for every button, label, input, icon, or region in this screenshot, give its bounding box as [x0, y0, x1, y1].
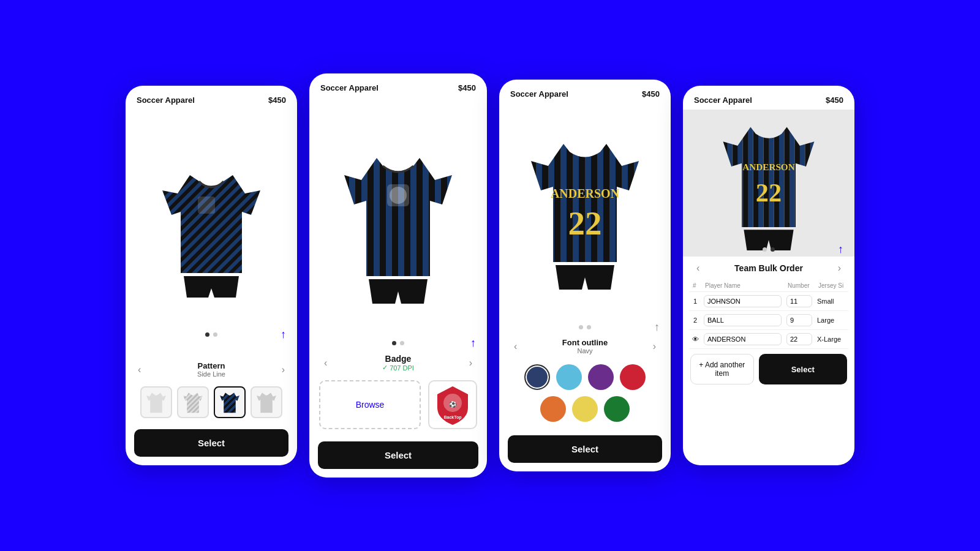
prev-btn-p1[interactable]: ‹ — [133, 362, 146, 378]
upload-box[interactable]: Browse — [319, 380, 421, 429]
pattern-sub: Side Line — [197, 370, 225, 378]
phone-3-title: Soccer Apparel — [510, 89, 568, 99]
phone-3-nav: ‹ Font outline Navy › — [499, 334, 671, 356]
phone-4-image-area: ANDERSON 22 ↑ — [683, 110, 854, 257]
phone-1: Soccer Apparel $450 — [126, 86, 297, 465]
prev-btn-p3[interactable]: ‹ — [509, 339, 522, 354]
badge-sub: ✓ 707 DPI — [382, 364, 414, 372]
dot-p4-1 — [763, 247, 767, 252]
phone-2-price: $450 — [458, 83, 476, 92]
row-3-number-input[interactable] — [786, 333, 812, 345]
next-btn-p3[interactable]: › — [648, 339, 661, 354]
phone-2-header: Soccer Apparel $450 — [309, 73, 487, 97]
color-red[interactable] — [620, 364, 646, 390]
phone-4: Soccer Apparel $450 ANDERSON 22 ↑ — [683, 86, 854, 465]
order-table-container: # Player Name Number Jersey Si 1 Small 2 — [683, 280, 854, 349]
next-btn-p4[interactable]: › — [833, 260, 846, 276]
badge-label: Badge — [382, 354, 414, 364]
dot-p2-1 — [392, 341, 396, 345]
phone-2-image-area: ↑ — [309, 97, 487, 350]
color-yellow[interactable] — [572, 396, 598, 422]
color-navy[interactable] — [524, 364, 550, 390]
check-icon: ✓ — [382, 364, 388, 372]
row-3-edit[interactable]: 👁 — [689, 330, 701, 349]
select-button-p3[interactable]: Select — [508, 435, 662, 463]
share-icon-p3[interactable]: ↑ — [654, 321, 660, 334]
dot-2 — [213, 332, 217, 337]
row-2-name-input[interactable] — [704, 314, 782, 326]
phone-1-thumbnails — [126, 380, 297, 424]
thumb-3[interactable] — [214, 386, 246, 418]
share-icon-p4[interactable]: ↑ — [838, 243, 843, 256]
share-icon[interactable]: ↑ — [281, 328, 286, 341]
thumb-4[interactable] — [251, 386, 282, 418]
select-button-p1[interactable]: Select — [134, 429, 288, 457]
row-2-num: 2 — [689, 311, 701, 330]
row-1-name — [701, 292, 784, 311]
row-3-number — [784, 330, 815, 349]
row-1-number — [784, 292, 815, 311]
row-2-name — [701, 311, 784, 330]
badge-upload-area: Browse ⚽ BackTop — [309, 373, 487, 437]
phone-3-price: $450 — [642, 89, 660, 99]
row-2-number-input[interactable] — [786, 314, 812, 326]
badge-preview: ⚽ BackTop — [428, 380, 477, 429]
row-1-number-input[interactable] — [786, 295, 812, 307]
row-3-name-input[interactable] — [704, 333, 782, 345]
font-outline-label: Font outline — [562, 338, 608, 347]
phone-1-price: $450 — [268, 96, 286, 105]
phone-2-nav-label: Badge ✓ 707 DPI — [382, 354, 414, 372]
next-btn-p1[interactable]: › — [277, 362, 290, 378]
thumb-2[interactable] — [177, 386, 209, 418]
dot-p3-1 — [579, 325, 583, 329]
dot-p2-2 — [400, 341, 404, 345]
svg-text:ANDERSON: ANDERSON — [742, 162, 794, 172]
bulk-order-nav: ‹ Team Bulk Order › — [683, 257, 854, 280]
phone-2-dots: ↑ — [309, 341, 487, 345]
color-green[interactable] — [604, 396, 630, 422]
col-name-header: Player Name — [701, 280, 784, 292]
dot-p4-2 — [771, 247, 775, 252]
prev-btn-p2[interactable]: ‹ — [319, 355, 332, 371]
svg-point-10 — [390, 187, 407, 204]
phone-4-price: $450 — [826, 96, 843, 105]
row-3-name — [701, 330, 784, 349]
select-button-p2[interactable]: Select — [318, 441, 478, 469]
row-1-name-input[interactable] — [704, 295, 782, 307]
phone-3-dots: ↑ — [499, 325, 671, 329]
row-2-size: Large — [815, 311, 848, 330]
phone-3-image-area: ANDERSON 22 ↑ — [499, 103, 671, 334]
prev-btn-p4[interactable]: ‹ — [692, 260, 704, 276]
add-another-btn[interactable]: + Add another item — [690, 354, 754, 384]
col-size-header: Jersey Si — [815, 280, 848, 292]
color-sky-blue[interactable] — [556, 364, 582, 390]
thumb-1[interactable] — [140, 386, 172, 418]
phone-2-title: Soccer Apparel — [320, 83, 379, 92]
color-purple[interactable] — [588, 364, 614, 390]
col-number-header: Number — [784, 280, 815, 292]
table-row: 2 Large — [689, 311, 848, 330]
bulk-title: Team Bulk Order — [734, 263, 803, 273]
phone-1-nav-label: Pattern Side Line — [197, 361, 225, 378]
jersey-back-p3: ANDERSON 22 — [524, 130, 646, 308]
phone-4-title: Soccer Apparel — [694, 96, 752, 105]
jersey-front-p1 — [156, 163, 266, 298]
svg-text:⚽: ⚽ — [449, 400, 457, 408]
phone-1-header: Soccer Apparel $450 — [126, 86, 297, 110]
browse-label[interactable]: Browse — [356, 400, 385, 410]
svg-text:22: 22 — [568, 204, 602, 242]
row-2-number — [784, 311, 815, 330]
row-1-num: 1 — [689, 292, 701, 311]
phone-3-nav-label: Font outline Navy — [562, 338, 608, 354]
phone-1-image-area: ↑ — [126, 110, 297, 344]
phone-1-nav: ‹ Pattern Side Line › — [126, 344, 297, 380]
share-icon-p2[interactable]: ↑ — [470, 337, 476, 350]
table-row: 👁 X-Large — [689, 330, 848, 349]
col-num-header: # — [689, 280, 701, 292]
badge-image: ⚽ BackTop — [431, 383, 474, 426]
color-orange[interactable] — [540, 396, 566, 422]
phone-4-header: Soccer Apparel $450 — [683, 86, 854, 110]
svg-text:22: 22 — [756, 178, 782, 207]
next-btn-p2[interactable]: › — [464, 355, 477, 371]
select-button-p4[interactable]: Select — [759, 354, 847, 384]
